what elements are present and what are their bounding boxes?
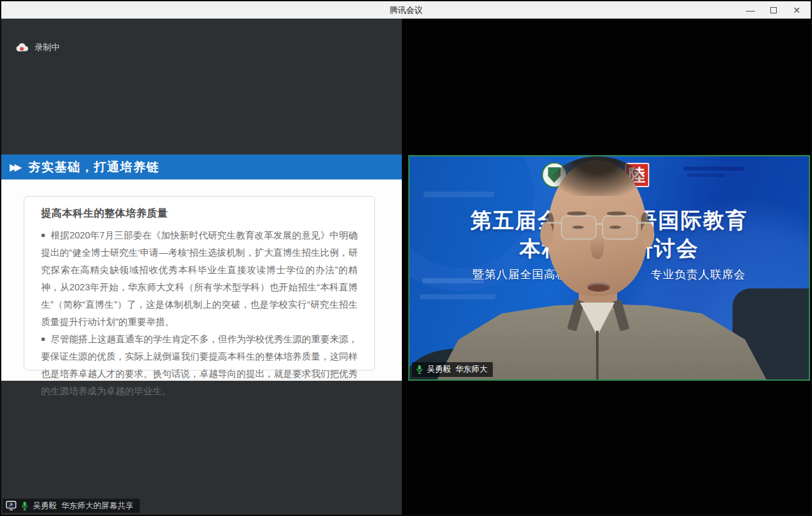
shared-screen-pane: 录制中 ▶▶ 夯实基础，打通培养链 提高本科生的整体培养质量 ■根据2020年7… (1, 19, 402, 515)
slide-banner-title: 夯实基础，打通培养链 (28, 159, 160, 176)
person-hair (545, 156, 650, 196)
maximize-icon (770, 7, 777, 13)
speaker-video-tile[interactable]: 陸 第五届全 语国际教育 本科 研讨会 暨第八届全国高校 专业负责人联席会 (408, 155, 810, 381)
screen-share-icon (6, 501, 17, 511)
slide-paragraph-text: 根据2020年7月三部委在《加快新时代研究生教育改革发展的意见》中明确提出的“健… (41, 230, 358, 327)
double-arrow-icon: ▶▶ (10, 162, 22, 173)
recording-cloud-icon (15, 43, 29, 53)
person-ear (540, 222, 553, 247)
slide-body: 提高本科生的整体培养质量 ■根据2020年7月三部委在《加快新时代研究生教育改革… (1, 179, 402, 381)
participant-name-badge: 吴勇毅 华东师大 (412, 362, 493, 377)
glasses-lens (602, 215, 638, 240)
person-nose (591, 231, 604, 259)
slide-banner: ▶▶ 夯实基础，打通培养链 (1, 154, 402, 179)
recording-indicator[interactable]: 录制中 (15, 42, 60, 53)
recording-label: 录制中 (35, 42, 60, 53)
microphone-icon (21, 501, 28, 511)
speaker-person (410, 156, 809, 379)
bullet-icon: ■ (41, 231, 45, 238)
video-stage: 陸 第五届全 语国际教育 本科 研讨会 暨第八届全国高校 专业负责人联席会 (402, 19, 811, 515)
close-button[interactable]: ✕ (785, 1, 808, 19)
glasses-temple (547, 222, 561, 224)
slide-paragraph-text: 尽管能搭上这趟直通车的学生肯定不多，但作为学校优秀生源的重要来源，要保证生源的优… (41, 334, 358, 396)
person-mouth (587, 282, 610, 292)
jacket-zipper (596, 331, 599, 381)
window-controls: — ✕ (739, 1, 808, 19)
tencent-meeting-window: 腾讯会议 — ✕ 录制中 ▶▶ 夯实基础，打通培养链 提高本科生的整体培养质量 … (0, 0, 812, 516)
microphone-icon (416, 365, 423, 374)
title-bar: 腾讯会议 — ✕ (1, 1, 811, 19)
slide-content-card: 提高本科生的整体培养质量 ■根据2020年7月三部委在《加快新时代研究生教育改革… (24, 196, 375, 370)
screen-share-status-chip: 吴勇毅 华东师大的屏幕共享 (3, 499, 140, 513)
screen-share-status-label: 吴勇毅 华东师大的屏幕共享 (33, 501, 133, 512)
minimize-button[interactable]: — (739, 1, 762, 19)
participant-name-label: 吴勇毅 华东师大 (427, 364, 487, 375)
person-ear (642, 222, 654, 247)
slide-paragraph: ■尽管能搭上这趟直通车的学生肯定不多，但作为学校优秀生源的重要来源，要保证生源的… (41, 331, 358, 400)
bullet-icon: ■ (41, 335, 45, 342)
glasses-bridge (595, 223, 603, 225)
maximize-button[interactable] (762, 1, 785, 19)
glasses-temple (637, 222, 651, 224)
slide-paragraph: ■根据2020年7月三部委在《加快新时代研究生教育改革发展的意见》中明确提出的“… (41, 227, 358, 331)
slide-card-heading: 提高本科生的整体培养质量 (41, 207, 358, 221)
window-title: 腾讯会议 (390, 4, 423, 16)
